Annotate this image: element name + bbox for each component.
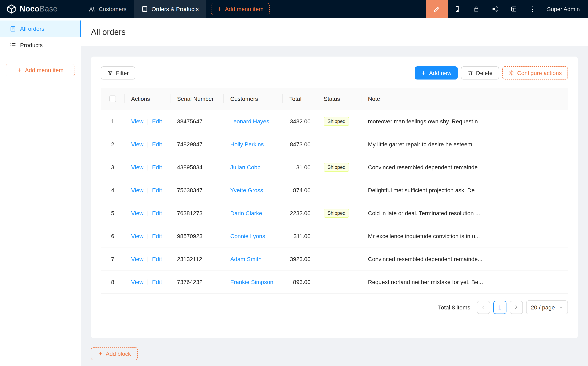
orders-table: Configure columns Actions (101, 88, 568, 294)
nav-item-customers[interactable]: Customers (81, 0, 134, 18)
security-button[interactable] (467, 0, 486, 18)
total-cell: 311.00 (283, 225, 317, 248)
plus-icon (98, 351, 103, 356)
select-all-checkbox[interactable] (109, 96, 116, 102)
lock-icon (473, 6, 479, 12)
serial-number-cell: 98570923 (170, 225, 224, 248)
view-link[interactable]: View (131, 164, 143, 170)
api-icon (492, 6, 498, 12)
edit-link[interactable]: Edit (152, 233, 162, 239)
actions-divider (148, 234, 148, 239)
delete-button[interactable]: Delete (461, 66, 499, 79)
view-link[interactable]: View (131, 187, 143, 193)
customer-link[interactable]: Leonard Hayes (230, 118, 269, 125)
current-user[interactable]: Super Admin (542, 0, 588, 18)
edit-link[interactable]: Edit (152, 279, 162, 285)
actions-cell: ViewEdit (125, 110, 170, 133)
row-index: 3 (101, 156, 125, 179)
configure-actions-button[interactable]: Configure actions (502, 66, 568, 79)
total-cell: 2232.00 (283, 202, 317, 225)
edit-link[interactable]: Edit (152, 256, 162, 262)
note-cell: Convinced resembled dependent remainde..… (362, 156, 568, 179)
more-button[interactable]: ⋮ (523, 0, 542, 18)
note-cell: Mr excellence inquietude conviction is i… (362, 225, 568, 248)
main-area: All orders Filter (81, 18, 588, 366)
actions-cell: ViewEdit (125, 202, 170, 225)
logo-text: NocoBase (20, 5, 58, 14)
customer-link[interactable]: Julian Cobb (230, 164, 261, 170)
mobile-icon (454, 6, 460, 12)
edit-link[interactable]: Edit (152, 210, 162, 216)
add-block-button[interactable]: Add block (91, 347, 138, 360)
filter-button[interactable]: Filter (101, 66, 135, 79)
mobile-client-button[interactable] (448, 0, 467, 18)
serial-number-cell: 76381273 (170, 202, 224, 225)
table-body: 1 ViewEdit 38475647 Leonard Hayes 3432.0… (101, 110, 568, 293)
column-header-note: Note (368, 96, 380, 102)
column-header-serial: Serial Number (177, 96, 214, 102)
edit-link[interactable]: Edit (152, 187, 162, 193)
view-link[interactable]: View (131, 141, 143, 148)
row-index: 5 (101, 202, 125, 225)
add-new-button[interactable]: Add new (415, 66, 458, 79)
customer-link[interactable]: Frankie Simpson (230, 279, 273, 285)
view-link[interactable]: View (131, 256, 143, 262)
status-cell (317, 270, 362, 293)
table-row: 2 ViewEdit 74829847 Holly Perkins 8473.0… (101, 133, 568, 156)
sidebar-add-menu-item-button[interactable]: Add menu item (6, 64, 75, 76)
prev-page-button[interactable] (477, 301, 490, 314)
customer-cell: Leonard Hayes (224, 110, 283, 133)
view-link[interactable]: View (131, 210, 143, 216)
status-tag: Shipped (324, 163, 349, 172)
edit-link[interactable]: Edit (152, 118, 162, 125)
edit-link[interactable]: Edit (152, 141, 162, 148)
customer-cell: Julian Cobb (224, 156, 283, 179)
actions-cell: ViewEdit (125, 225, 170, 248)
actions-cell: ViewEdit (125, 156, 170, 179)
customer-link[interactable]: Connie Lyons (230, 233, 265, 239)
status-cell: Shipped (317, 110, 362, 133)
sidebar-item-products[interactable]: Products (0, 37, 81, 53)
highlighter-icon (433, 6, 440, 13)
page-size-select[interactable]: 20 / page (526, 300, 568, 314)
logo-text-light: Base (39, 5, 58, 13)
sidebar-item-all-orders[interactable]: All orders (0, 21, 81, 37)
customers-icon (89, 6, 95, 12)
customer-cell: Connie Lyons (224, 225, 283, 248)
ui-editor-button[interactable] (426, 0, 448, 18)
status-cell (317, 225, 362, 248)
nav-item-label: Customers (99, 6, 126, 12)
customer-link[interactable]: Yvette Gross (230, 187, 263, 193)
api-button[interactable] (486, 0, 505, 18)
view-link[interactable]: View (131, 118, 143, 125)
note-cell: Delightful met sufficient projection ask… (362, 179, 568, 202)
layout-icon (511, 6, 517, 12)
sidebar-item-label: All orders (20, 25, 44, 32)
orders-table-block: Filter Add new (91, 57, 578, 338)
edit-link[interactable]: Edit (152, 164, 162, 170)
row-index: 2 (101, 133, 125, 156)
status-tag: Shipped (324, 209, 349, 218)
page-1-button[interactable]: 1 (493, 301, 506, 314)
view-link[interactable]: View (131, 279, 143, 285)
form-icon (10, 26, 16, 32)
user-name-label: Super Admin (547, 6, 580, 12)
sidebar: All orders Products Add menu item (0, 18, 81, 366)
topbar-add-menu-item-button[interactable]: Add menu item (211, 3, 270, 15)
add-new-label: Add new (429, 70, 451, 76)
actions-divider (148, 142, 148, 148)
layout-button[interactable] (505, 0, 523, 18)
chevron-down-icon (559, 305, 563, 309)
page-title: All orders (91, 27, 126, 37)
status-cell (317, 133, 362, 156)
more-vertical-icon: ⋮ (529, 6, 536, 13)
chevron-right-icon (514, 305, 518, 309)
customer-link[interactable]: Adam Smith (230, 256, 262, 262)
next-page-button[interactable] (510, 301, 523, 314)
nav-item-orders-products[interactable]: Orders & Products (134, 0, 206, 18)
view-link[interactable]: View (131, 233, 143, 239)
customer-link[interactable]: Holly Perkins (230, 141, 264, 148)
customer-link[interactable]: Darin Clarke (230, 210, 262, 216)
configure-actions-label: Configure actions (517, 70, 562, 76)
topbar: NocoBase Customers (0, 0, 588, 18)
